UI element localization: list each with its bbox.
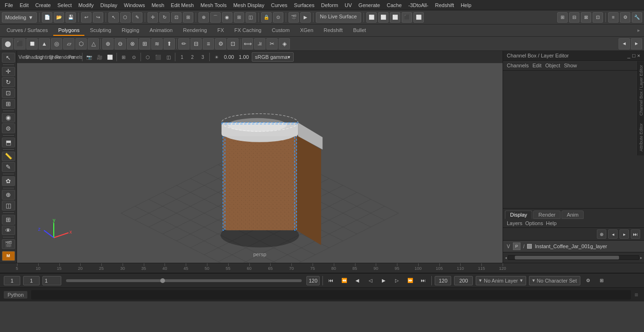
open-scene-btn[interactable]: 📂	[54, 12, 64, 23]
render-quality-3[interactable]: ⬜	[390, 12, 400, 23]
tab-xgen[interactable]: XGen	[295, 25, 318, 36]
render-quality-2[interactable]: ⬜	[378, 12, 388, 23]
show-grid-btn[interactable]: ⊞	[2, 215, 15, 225]
frame-mid-input[interactable]	[23, 276, 40, 285]
tab-rigging[interactable]: Rigging	[117, 25, 144, 36]
shelf-separate[interactable]: ⊖	[115, 38, 126, 49]
layers-link[interactable]: Layers	[507, 220, 522, 226]
shelf-sym[interactable]: ⫡	[254, 38, 265, 49]
tab-fx[interactable]: FX	[213, 25, 229, 36]
anim-layer-dropdown[interactable]: ▾ No Anim Layer ▾	[476, 276, 526, 285]
shelf-plane[interactable]: ▱	[63, 38, 74, 49]
menu-surfaces[interactable]: Surfaces	[291, 1, 317, 9]
window-layout-3[interactable]: ⊠	[581, 12, 591, 23]
shelf-cube[interactable]: ⬛	[14, 38, 25, 49]
render-quality-5[interactable]: ⬜	[413, 12, 424, 23]
prev-frame-btn[interactable]: ◀	[352, 275, 363, 286]
next-frame-btn[interactable]: ▷	[392, 275, 402, 286]
rotate-tool-left[interactable]: ↻	[2, 77, 15, 87]
redo-btn[interactable]: ↪	[93, 12, 103, 23]
vt-lighting-menu[interactable]: Lighting	[40, 52, 49, 62]
vt-exposure-btn[interactable]: ☀	[212, 52, 221, 62]
offset-edge-btn[interactable]: ◫	[2, 201, 15, 211]
layer-back-btn[interactable]: ◂	[608, 229, 618, 239]
last-tool-left[interactable]: ⊞	[2, 99, 15, 109]
tool-settings-btn[interactable]: 🔧	[632, 12, 642, 23]
menu-file[interactable]: File	[2, 1, 16, 9]
layers-help-link[interactable]: Help	[546, 220, 557, 226]
layer-add-btn[interactable]: ⊕	[597, 229, 606, 239]
vt-cam-btn[interactable]: 📷	[84, 52, 94, 62]
tab-sculpting[interactable]: Sculpting	[85, 25, 116, 36]
layer-playback[interactable]: P	[513, 243, 520, 250]
menu-uv[interactable]: UV	[342, 1, 355, 9]
vt-film-gate[interactable]: 🎥	[95, 52, 104, 62]
snap-point-btn[interactable]: ◉	[222, 12, 232, 23]
timeline-slider[interactable]	[66, 279, 302, 282]
anim-settings-btn[interactable]: ⚙	[583, 275, 594, 286]
snap-view-btn[interactable]: ⊞	[234, 12, 244, 23]
shelf-pipe[interactable]: ⬡	[75, 38, 87, 49]
layers-options-link[interactable]: Options	[525, 220, 543, 226]
display-tab[interactable]: Display	[505, 211, 532, 219]
channel-box-btn[interactable]: ≡	[608, 12, 619, 23]
menu-meshdisplay[interactable]: Mesh Display	[231, 1, 267, 9]
menu-redshift[interactable]: Redshift	[432, 1, 457, 9]
menu-curves[interactable]: Curves	[268, 1, 290, 9]
vt-res-gate[interactable]: ⬜	[105, 52, 115, 62]
range-end-input[interactable]	[435, 276, 451, 285]
render-current-btn[interactable]: 🎬	[289, 12, 299, 23]
soft-mod-btn[interactable]: ⊜	[2, 123, 15, 133]
play-fwd-btn[interactable]: ▶	[379, 275, 389, 286]
scale-tool-btn[interactable]: ⊡	[171, 12, 182, 23]
new-scene-btn[interactable]: 📄	[42, 12, 52, 23]
lasso-select-btn[interactable]: ⬡	[120, 12, 131, 23]
char-set-dropdown[interactable]: ▾ No Character Set	[529, 276, 580, 285]
channels-edit-link[interactable]: Edit	[532, 63, 541, 68]
panel-float[interactable]: □	[632, 53, 636, 58]
attr-editor-btn[interactable]: ⚙	[620, 12, 630, 23]
window-layout-1[interactable]: ⊞	[557, 12, 568, 23]
shelf-smooth[interactable]: ≋	[151, 38, 163, 49]
shelf-combine[interactable]: ⊕	[102, 38, 114, 49]
menu-mesh[interactable]: Mesh	[149, 1, 167, 9]
center-pivot-btn[interactable]: ⊙	[273, 12, 283, 23]
vt-isolate[interactable]: ⊙	[129, 52, 139, 62]
shelf-extrude[interactable]: ⬆	[164, 38, 175, 49]
window-layout-4[interactable]: ⊡	[593, 12, 603, 23]
history-btn[interactable]: 🔒	[261, 12, 272, 23]
shelf-cut[interactable]: ✂	[266, 38, 278, 49]
play-back-btn[interactable]: ◁	[365, 275, 376, 286]
snap-grid-btn[interactable]: ⊕	[198, 12, 209, 23]
tab-curves-surfaces[interactable]: Curves / Surfaces	[2, 25, 52, 36]
soft-select-btn[interactable]: ◉	[2, 113, 15, 123]
shelf-booleans[interactable]: ⊞	[139, 38, 150, 49]
scroll-left-btn[interactable]: ◂	[505, 256, 507, 260]
menu-cache[interactable]: Cache	[384, 1, 405, 9]
anim-extra-btn[interactable]: ⊞	[596, 275, 607, 286]
scroll-right-btn[interactable]: ▸	[640, 256, 642, 260]
shelf-pen[interactable]: ✏	[178, 38, 190, 49]
menu-select[interactable]: Select	[55, 1, 75, 9]
menu-edit[interactable]: Edit	[17, 1, 32, 9]
menu-create[interactable]: Create	[33, 1, 54, 9]
hide-sel-btn[interactable]: 👁	[2, 226, 15, 235]
menu-generate[interactable]: Generate	[355, 1, 383, 9]
tab-fx-caching[interactable]: FX Caching	[230, 25, 266, 36]
show-manip-btn[interactable]: ⬒	[2, 138, 15, 147]
tab-redshift[interactable]: Redshift	[319, 25, 347, 36]
render-btn-left[interactable]: 🎬	[2, 239, 15, 249]
layer-visibility[interactable]: V	[507, 244, 510, 249]
menu-3dtoall[interactable]: -3DtoAll-	[405, 1, 431, 9]
ipr-render-btn[interactable]: ▶	[300, 12, 311, 23]
shelf-bevel[interactable]: ◈	[279, 38, 290, 49]
shelf-scroll-left[interactable]: ◀	[619, 38, 630, 49]
window-layout-2[interactable]: ⊟	[569, 12, 579, 23]
select-tool-btn[interactable]: ↖	[108, 12, 119, 23]
panel-close[interactable]: ×	[637, 53, 640, 58]
vt-wireframe-btn[interactable]: ⬡	[143, 52, 152, 62]
vt-shade-wire[interactable]: ◫	[164, 52, 173, 62]
menu-editmesh[interactable]: Edit Mesh	[168, 1, 197, 9]
shelf-scroll-right[interactable]: ▶	[631, 38, 642, 49]
paint-select-btn[interactable]: ✎	[132, 12, 142, 23]
